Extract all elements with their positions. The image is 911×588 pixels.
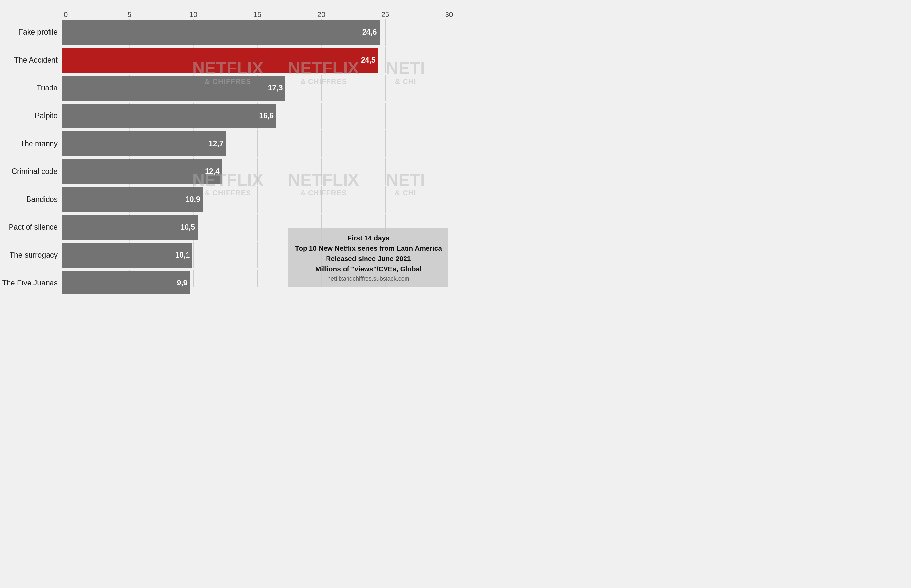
bar-label: Criminal code <box>0 167 62 176</box>
bar-row: The Accident24,5 <box>0 47 449 73</box>
bar-label: Bandidos <box>0 195 62 204</box>
grid-line <box>449 19 449 288</box>
bar-fill: 24,5 <box>62 48 378 73</box>
x-axis: 051015202530 <box>66 9 449 19</box>
bar-fill: 12,4 <box>62 159 222 184</box>
bar-row: Fake profile24,6 <box>0 19 449 45</box>
x-tick: 5 <box>128 10 131 19</box>
bar-fill: 16,6 <box>62 103 276 128</box>
bar-label: Fake profile <box>0 28 62 37</box>
bar-fill: 9,9 <box>62 271 190 294</box>
bar-wrapper: 12,7 <box>62 131 449 156</box>
bar-fill: 10,1 <box>62 243 192 268</box>
x-tick: 25 <box>381 10 389 19</box>
bar-value-label: 10,1 <box>175 251 190 260</box>
bar-value-label: 12,7 <box>209 139 224 148</box>
bar-label: The manny <box>0 139 62 148</box>
x-tick: 15 <box>254 10 261 19</box>
bar-label: Pact of silence <box>0 223 62 232</box>
bar-wrapper: 24,5 <box>62 48 449 73</box>
bar-row: Bandidos10,9 <box>0 186 449 213</box>
legend-source: netflixandchiffres.substack.com <box>295 275 442 282</box>
bar-value-label: 10,5 <box>180 223 195 232</box>
bar-wrapper: 10,9 <box>62 187 449 212</box>
x-tick: 10 <box>189 10 197 19</box>
chart-container: NETFLIX& CHIFFRES NETFLIX& CHIFFRES NETI… <box>0 0 456 294</box>
bar-fill: 10,5 <box>62 215 198 240</box>
x-tick: 20 <box>317 10 325 19</box>
bar-label: Triada <box>0 84 62 92</box>
bar-row: Criminal code12,4 <box>0 158 449 185</box>
bar-value-label: 17,3 <box>268 84 283 92</box>
bar-value-label: 24,5 <box>361 56 376 65</box>
bar-row: The manny12,7 <box>0 131 449 157</box>
bar-value-label: 16,6 <box>259 111 274 120</box>
x-tick: 0 <box>64 10 68 19</box>
bar-value-label: 12,4 <box>205 167 220 176</box>
bar-row: Palpito16,6 <box>0 103 449 129</box>
bar-fill: 12,7 <box>62 131 226 156</box>
bar-fill: 10,9 <box>62 187 203 212</box>
x-tick: 30 <box>445 10 453 19</box>
bar-fill: 17,3 <box>62 76 285 101</box>
bar-wrapper: 17,3 <box>62 76 449 101</box>
bar-label: The surrogacy <box>0 251 62 260</box>
bar-fill: 24,6 <box>62 20 380 45</box>
bar-row: Triada17,3 <box>0 75 449 101</box>
legend-title: First 14 daysTop 10 New Netflix series f… <box>295 233 442 274</box>
bar-value-label: 10,9 <box>186 195 200 204</box>
bar-label: Palpito <box>0 111 62 120</box>
bar-wrapper: 24,6 <box>62 20 449 45</box>
bar-label: The Five Juanas <box>0 279 62 288</box>
bar-wrapper: 12,4 <box>62 159 449 184</box>
legend-box: First 14 daysTop 10 New Netflix series f… <box>289 228 449 287</box>
bar-value-label: 24,6 <box>362 28 377 37</box>
bar-wrapper: 16,6 <box>62 103 449 128</box>
bar-label: The Accident <box>0 56 62 65</box>
bar-value-label: 9,9 <box>177 279 187 288</box>
